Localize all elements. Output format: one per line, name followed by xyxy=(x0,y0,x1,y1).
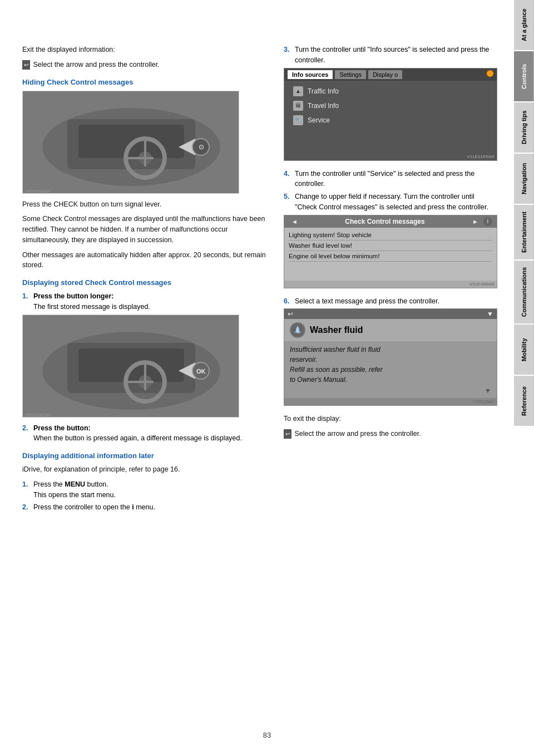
step-3-num: 3. xyxy=(284,45,293,66)
cc-watermark: V51E49BM9 xyxy=(284,281,497,288)
add-step-2-text: Press the controller to open the xyxy=(33,503,130,511)
step-5-content: Change to upper field if necessary. Turn… xyxy=(295,192,497,213)
step-1-num: 1. xyxy=(22,291,31,312)
wf-down-arrow: ▼ xyxy=(487,310,493,318)
sidebar-tab-controls[interactable]: Controls xyxy=(514,51,534,101)
svg-text:OK: OK xyxy=(196,368,206,375)
cc-msg-2: Washer fluid level low! xyxy=(289,240,492,251)
other-messages-text: Other messages are automatically hidden … xyxy=(22,250,267,271)
step-3-text: Turn the controller until "Info sources"… xyxy=(295,46,490,64)
add-step-1-content: Press the MENU button. This opens the st… xyxy=(33,479,267,500)
info-sources-ui: Info sources Settings Display o ▲ Traffi… xyxy=(284,68,497,161)
traffic-info-label: Traffic Info xyxy=(308,87,339,95)
idrive-ref: iDrive, for explanation of principle, re… xyxy=(22,464,267,475)
cc-controls: ► i xyxy=(469,217,492,226)
traffic-icon: ▲ xyxy=(293,86,303,96)
exit-info-line2: ↩ Select the arrow and press the control… xyxy=(22,60,267,70)
washer-fluid-icon xyxy=(290,322,305,338)
step-3-content: Turn the controller until "Info sources"… xyxy=(295,45,497,66)
displaying-stored-heading: Displaying stored Check Control messages xyxy=(22,278,267,287)
exit-back-arrow-icon: ↩ xyxy=(284,429,291,439)
add-step-2-num: 2. xyxy=(22,502,31,513)
sidebar-tab-driving-tips[interactable]: Driving tips xyxy=(514,102,534,153)
svg-rect-3 xyxy=(78,125,184,158)
ui-watermark1: V31E31R9AR xyxy=(284,153,497,160)
exit-display-instruction: Select the arrow and press the controlle… xyxy=(294,430,421,438)
step-5-num: 5. xyxy=(284,192,293,213)
additional-heading: Displaying additional information later xyxy=(22,451,267,460)
wf-back-btn: ↩ xyxy=(288,310,293,318)
info-sources-tab: Info sources xyxy=(288,70,333,79)
sidebar-tab-mobility[interactable]: Mobility xyxy=(514,325,534,375)
add-step-2: 2. Press the controller to open the i me… xyxy=(22,502,267,513)
cc-body: Lighting system! Stop vehicle Washer flu… xyxy=(284,228,497,281)
cc-right-arrow: ► xyxy=(469,217,481,226)
add-step-1: 1. Press the MENU button. This opens the… xyxy=(22,479,267,500)
svg-rect-15 xyxy=(78,348,184,382)
wf-text: Insufficient washer fluid in fluidreserv… xyxy=(290,345,491,385)
page-number: 83 xyxy=(263,731,271,739)
step-6-text: Select a text message and press the cont… xyxy=(295,297,439,305)
settings-tab: Settings xyxy=(335,70,366,79)
press-check-text: Press the CHECK button on turn signal le… xyxy=(22,199,267,210)
wf-scroll: ▼ xyxy=(290,387,491,395)
step-5-text: Change to upper field if necessary. Turn… xyxy=(295,193,488,211)
hiding-heading: Hiding Check Control messages xyxy=(22,78,267,86)
ui-header: Info sources Settings Display o xyxy=(284,68,497,81)
exit-display-line2: ↩ Select the arrow and press the control… xyxy=(284,429,497,439)
svg-point-24 xyxy=(487,70,493,77)
step-2-num: 2. xyxy=(22,423,31,444)
sidebar: At a glance Controls Driving tips Naviga… xyxy=(514,0,534,756)
sidebar-tab-entertainment[interactable]: Entertainment xyxy=(514,205,534,259)
add-step-2-content: Press the controller to open the i menu. xyxy=(33,502,267,513)
step-4: 4. Turn the controller until "Service" i… xyxy=(284,169,497,190)
step-6-num: 6. xyxy=(284,296,293,307)
travel-info-label: Travel Info xyxy=(308,102,339,110)
step-2: 2. Press the button: When the button is … xyxy=(22,423,267,444)
travel-info-item: 🏛 Travel Info xyxy=(290,99,491,113)
step-4-text: Turn the controller until "Service" is s… xyxy=(295,170,474,188)
sidebar-tab-at-a-glance[interactable]: At a glance xyxy=(514,0,534,50)
washer-fluid-ui: ↩ ▼ Washer fluid Insufficient washer flu… xyxy=(284,308,497,406)
cc-left-arrow: ◄ xyxy=(289,217,300,226)
step-3: 3. Turn the controller until "Info sourc… xyxy=(284,45,497,66)
step-1-content: Press the button longer: The first store… xyxy=(33,291,267,312)
ui-body: ▲ Traffic Info 🏛 Travel Info 🔧 Service xyxy=(284,81,497,153)
sidebar-tab-communications[interactable]: Communications xyxy=(514,261,534,323)
svg-text:W6IH93DAR: W6IH93DAR xyxy=(25,189,51,194)
step-1: 1. Press the button longer: The first st… xyxy=(22,291,267,312)
washer-fluid-title: Washer fluid xyxy=(310,325,363,335)
svg-text:W6IH93DAR: W6IH93DAR xyxy=(25,413,51,418)
back-arrow-icon: ↩ xyxy=(22,60,30,70)
svg-text:⊙: ⊙ xyxy=(199,143,204,151)
cc-title: Check Control messages xyxy=(345,218,424,225)
service-label: Service xyxy=(308,116,330,124)
exit-display-line1: To exit the display: xyxy=(284,414,497,424)
step-2-label: Press the button: xyxy=(33,423,267,434)
car-image-hiding: ⊙ W6IH93DAR xyxy=(22,91,239,194)
add-step-1-num: 1. xyxy=(22,479,31,500)
step-2-content: Press the button: When the button is pre… xyxy=(33,423,267,444)
cc-msg-3: Engine oil level below minimum! xyxy=(289,251,492,262)
exit-info-line1: Exit the displayed information: xyxy=(22,45,267,55)
step-4-content: Turn the controller until "Service" is s… xyxy=(295,169,497,190)
step-4-num: 4. xyxy=(284,169,293,190)
step-1-label: Press the button longer: xyxy=(33,291,267,302)
wf-watermark: V70I135AV xyxy=(284,398,497,405)
step-5: 5. Change to upper field if necessary. T… xyxy=(284,192,497,213)
wf-body: Insufficient washer fluid in fluidreserv… xyxy=(284,341,497,398)
cc-msg-1: Lighting system! Stop vehicle xyxy=(289,230,492,240)
step-1-detail: The first stored message is displayed. xyxy=(33,303,150,311)
idrive-ref-text: iDrive, for explanation of principle, re… xyxy=(22,465,180,473)
some-check-text: Some Check Control messages are displaye… xyxy=(22,214,267,245)
travel-icon: 🏛 xyxy=(293,101,303,111)
cc-info-icon: i xyxy=(483,217,492,226)
add-step-1-detail: This opens the start menu. xyxy=(33,491,116,499)
add-step-2-text2: menu. xyxy=(136,503,155,511)
cc-header: ◄ Check Control messages ► i xyxy=(284,215,497,228)
service-item: 🔧 Service xyxy=(290,113,491,127)
step-6-content: Select a text message and press the cont… xyxy=(295,296,497,307)
sidebar-tab-reference[interactable]: Reference xyxy=(514,376,534,426)
sidebar-tab-navigation[interactable]: Navigation xyxy=(514,154,534,204)
wf-icon-area: Washer fluid xyxy=(284,319,497,341)
